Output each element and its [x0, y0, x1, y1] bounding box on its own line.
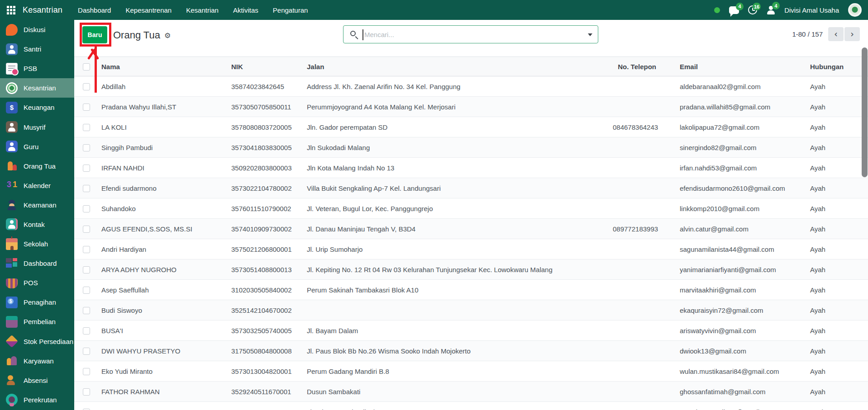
cell-email: alvin.catur@gmail.com [659, 219, 792, 239]
table-row[interactable]: BUSA'I 3573032505740005 Jl. Bayam Dalam … [74, 320, 868, 341]
requests-person-icon[interactable]: 4 [766, 5, 775, 14]
sidebar-item-penagihan[interactable]: Penagihan [0, 292, 74, 312]
table-row[interactable]: Budi Siswoyo 3525142104670002 ekaquraisy… [74, 300, 868, 320]
prev-page-button[interactable]: ‹ [828, 27, 844, 41]
cell-hubungan: Ayah [792, 341, 868, 361]
select-all-checkbox[interactable] [83, 63, 90, 71]
sidebar-item-diskusi[interactable]: Diskusi [0, 20, 74, 39]
table-row[interactable]: Eko Yudi Miranto 3573013004820001 Perum … [74, 361, 868, 382]
new-record-button[interactable]: Baru [82, 26, 107, 43]
row-checkbox[interactable] [83, 287, 90, 294]
table-row[interactable]: Efendi sudarmono 3573022104780002 Villa … [74, 178, 868, 198]
sidebar-item-kalender[interactable]: Kalender [0, 176, 74, 195]
sidebar-item-label: Sekolah [24, 240, 48, 248]
menu-kesantrian[interactable]: Kesantrian [186, 6, 219, 14]
row-checkbox[interactable] [83, 327, 90, 335]
cell-telepon [609, 76, 659, 97]
cell-hubungan: Ayah [792, 239, 868, 259]
row-checkbox[interactable] [83, 124, 90, 131]
row-checkbox[interactable] [83, 348, 90, 355]
sidebar-item-guru[interactable]: Guru [0, 137, 74, 156]
settings-gear-icon[interactable]: ⚙ [164, 31, 171, 40]
row-checkbox[interactable] [83, 368, 90, 375]
sidebar-item-psb[interactable]: PSB [0, 59, 74, 78]
menu-aktivitas[interactable]: Aktivitas [233, 6, 258, 14]
cell-telepon [609, 320, 659, 341]
sidebar-item-orang-tua[interactable]: Orang Tua [0, 156, 74, 176]
search-dropdown-toggle-icon[interactable] [582, 26, 598, 43]
sidebar-item-label: Dashboard [24, 259, 57, 267]
cell-nama: LA KOLI [98, 117, 228, 137]
table-row[interactable]: FERRY ADI FIRMANSYAH 3516132211800004 Jl… [74, 402, 868, 410]
user-avatar[interactable] [848, 3, 862, 17]
table-row[interactable]: Singgih Pambudi 3573041803830005 Jln Suk… [74, 137, 868, 158]
sidebar-item-sekolah[interactable]: Sekolah [0, 234, 74, 254]
sidebar-item-stok-persediaan[interactable]: Stok Persediaan [0, 332, 74, 351]
vertical-scrollbar[interactable] [862, 47, 868, 177]
sidebar-item-santri[interactable]: Santri [0, 39, 74, 59]
sidebar-item-perekrutan[interactable]: Perekrutan [0, 390, 74, 410]
cell-nik: 3175050804800008 [228, 341, 303, 361]
sidebar-item-pembelian[interactable]: Pembelian [0, 312, 74, 331]
search-input[interactable] [364, 26, 577, 43]
col-header-nama[interactable]: Nama [98, 57, 228, 76]
cell-nik: 3575021206800001 [228, 239, 303, 259]
sidebar-item-kesantrian[interactable]: Kesantrian [0, 78, 74, 98]
sidebar: Diskusi Santri PSB Kesantrian Keuangan M… [0, 20, 74, 410]
row-checkbox[interactable] [83, 165, 90, 172]
col-header-hubungan[interactable]: Hubungan [792, 57, 868, 76]
table-row[interactable]: Andri Hardiyan 3575021206800001 Jl. Urip… [74, 239, 868, 259]
sidebar-item-label: Orang Tua [24, 162, 56, 170]
sidebar-item-pos[interactable]: POS [0, 273, 74, 292]
col-header-jalan[interactable]: Jalan [303, 57, 609, 76]
messages-icon[interactable]: 4 [729, 6, 739, 14]
table-row[interactable]: IRFAN NAHDI 3509202803800003 Jln Kota Ma… [74, 158, 868, 178]
cell-nama: DWI WAHYU PRASETYO [98, 341, 228, 361]
row-checkbox[interactable] [83, 226, 90, 233]
sidebar-item-absensi[interactable]: Absensi [0, 371, 74, 390]
row-checkbox[interactable] [83, 388, 90, 396]
sidebar-item-karyawan[interactable]: Karyawan [0, 351, 74, 371]
company-name[interactable]: Divisi Amal Usaha [784, 6, 839, 14]
activities-clock-icon[interactable]: 16 [748, 5, 757, 14]
next-page-button[interactable]: › [844, 27, 860, 41]
table-row[interactable]: Abdillah 35874023842645 Address Jl. Kh. … [74, 76, 868, 97]
cell-nama: Suhandoko [98, 198, 228, 219]
col-header-email[interactable]: Email [659, 57, 792, 76]
row-checkbox[interactable] [83, 266, 90, 273]
cell-nama: BUSA'I [98, 320, 228, 341]
row-checkbox[interactable] [83, 205, 90, 212]
discuss-icon [6, 24, 18, 36]
presence-dot-icon [714, 7, 720, 13]
row-checkbox[interactable] [83, 104, 90, 111]
row-checkbox[interactable] [83, 83, 90, 90]
sidebar-item-label: Absensi [24, 377, 48, 384]
sidebar-item-musyrif[interactable]: Musyrif [0, 117, 74, 137]
menu-pengaturan[interactable]: Pengaturan [273, 6, 308, 14]
table-row[interactable]: AGUS EFENDI,S.SOS, MS.SI 357401090973000… [74, 219, 868, 239]
row-checkbox[interactable] [83, 307, 90, 314]
row-checkbox[interactable] [83, 246, 90, 253]
table-row[interactable]: Asep Saeffullah 3102030505840002 Perum S… [74, 280, 868, 300]
table-row[interactable]: Pradana Wahyu Illahi,ST 3573050705850011… [74, 97, 868, 117]
table-row[interactable]: DWI WAHYU PRASETYO 3175050804800008 Jl. … [74, 341, 868, 361]
app-brand[interactable]: Kesantrian [23, 5, 62, 15]
table-row[interactable]: FATHOR RAHMAN 3529240511670001 Dusun Sam… [74, 382, 868, 402]
sidebar-item-keamanan[interactable]: Keamanan [0, 195, 74, 215]
apps-grid-icon[interactable] [7, 6, 15, 14]
sidebar-item-label: Kesantrian [24, 84, 56, 92]
table-row[interactable]: ARYA ADHY NUGROHO 3573051408800013 Jl. K… [74, 259, 868, 280]
cell-jalan: Jl. Bayam Dalam [303, 320, 609, 341]
sidebar-item-keuangan[interactable]: Keuangan [0, 98, 74, 117]
sidebar-item-dashboard[interactable]: Dashboard [0, 254, 74, 273]
table-row[interactable]: LA KOLI 3578080803720005 Jln. Gador pere… [74, 117, 868, 137]
row-checkbox[interactable] [83, 185, 90, 192]
menu-dashboard[interactable]: Dashboard [78, 6, 111, 14]
col-header-telepon[interactable]: No. Telepon [609, 57, 659, 76]
menu-kepesantrenan[interactable]: Kepesantrenan [125, 6, 172, 14]
table-row[interactable]: Suhandoko 3576011510790002 Jl. Veteran, … [74, 198, 868, 219]
cell-telepon [609, 198, 659, 219]
row-checkbox[interactable] [83, 144, 90, 151]
col-header-nik[interactable]: NIK [228, 57, 303, 76]
sidebar-item-kontak[interactable]: Kontak [0, 215, 74, 234]
